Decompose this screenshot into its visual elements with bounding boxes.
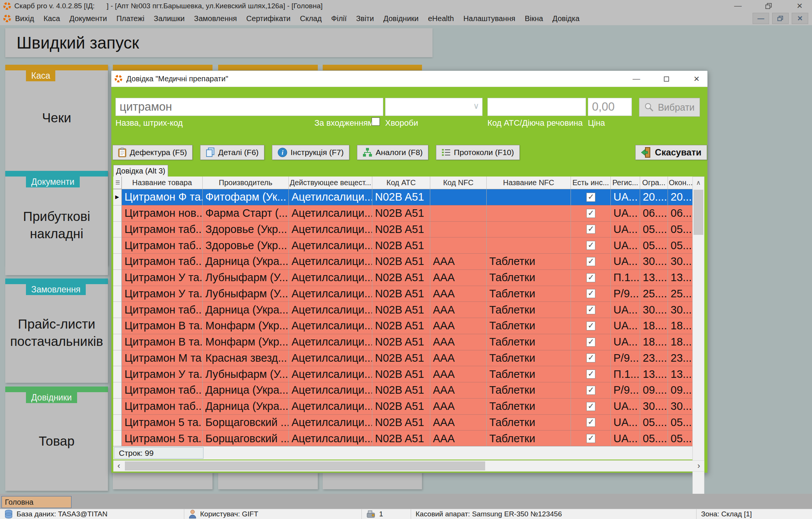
scroll-right-icon[interactable]: › — [694, 461, 704, 471]
table-row[interactable]: ► Цитрамон У та... Лубныфарм (У... Ацети… — [113, 286, 694, 302]
app-logo-icon — [3, 2, 11, 10]
protocols-button[interactable]: Протоколи (F10) — [436, 145, 520, 160]
cell-has-instruction — [571, 399, 611, 415]
column-header-restriction[interactable]: Огра... — [640, 177, 668, 189]
minimize-button[interactable]: — — [732, 1, 744, 11]
cell-has-instruction — [571, 222, 611, 238]
table-row[interactable]: ► Цитрамон таб... Дарница (Укра... Ацети… — [113, 382, 694, 399]
column-header-end[interactable]: Окон... — [668, 177, 694, 189]
entry-checkbox[interactable] — [372, 117, 380, 126]
menu-item[interactable]: Платежі — [116, 14, 144, 23]
cell-nfc: AAA — [430, 382, 487, 399]
search-input[interactable] — [115, 98, 383, 116]
pick-button[interactable]: Вибрати — [639, 98, 700, 117]
table-row[interactable]: ► Цитрамон таб... Дарница (Укра... Ацети… — [113, 302, 694, 318]
cell-has-instruction — [571, 382, 611, 399]
column-header-atc[interactable]: Код АТС — [372, 177, 430, 189]
scroll-up-icon[interactable]: ∧ — [693, 177, 704, 189]
menu-item[interactable]: Документи — [70, 14, 107, 23]
table-row[interactable]: ► Цитрамон У та... Лубныфарм (У... Ацети… — [113, 270, 694, 286]
group-tab-zamovlennya: Замовлення — [26, 284, 86, 295]
quick-button-cheky[interactable]: Чеки — [9, 109, 104, 126]
status-database: База даних: TASA3@TITAN — [0, 509, 184, 519]
analogs-icon — [363, 148, 372, 157]
dialog-logo-icon — [114, 75, 123, 83]
table-row[interactable]: ► Цитрамон 5 та... Борщаговский ... Ацет… — [113, 415, 694, 431]
cell-substance: Ацетилсалици... — [289, 415, 372, 431]
details-button[interactable]: Деталі (F6) — [200, 145, 264, 160]
menu-item[interactable]: Каса — [44, 14, 60, 23]
cell-end: 20.... — [668, 189, 694, 205]
scroll-left-icon[interactable]: ‹ — [114, 461, 124, 471]
menu-item[interactable]: Вихід — [15, 14, 34, 23]
table-row[interactable]: ► Цитрамон 5 та... Борщаговский ... Ацет… — [113, 431, 694, 447]
quick-button-tovar[interactable]: Товар — [9, 432, 104, 450]
cell-manufacturer: Монфарм (Укр... — [203, 334, 289, 350]
tab-holovna[interactable]: Головна — [2, 496, 71, 508]
cell-nfc-name — [487, 205, 571, 222]
column-header-has-instruction[interactable]: Есть инс... — [571, 177, 611, 189]
atc-code-input[interactable] — [487, 98, 586, 116]
cell-manufacturer: Фарма Старт (... — [203, 205, 289, 222]
column-header-registration[interactable]: Регис... — [611, 177, 640, 189]
database-icon — [5, 510, 13, 519]
checkbox-checked-icon — [586, 353, 595, 362]
close-button[interactable]: × — [794, 1, 805, 11]
mdi-close-button[interactable]: ✕ — [792, 13, 808, 24]
table-row[interactable]: ► Цитрамон таб... Здоровье (Укр... Ацети… — [113, 237, 694, 254]
price-input[interactable] — [588, 98, 632, 116]
column-header-manufacturer[interactable]: Производитель — [203, 177, 289, 189]
analogs-button[interactable]: Аналоги (F8) — [357, 145, 428, 160]
menu-item[interactable]: Вікна — [525, 14, 543, 23]
table-row[interactable]: ► Цитрамон У та... Лубныфарм (У... Ацети… — [113, 366, 694, 382]
mdi-restore-button[interactable] — [772, 13, 789, 24]
table-row[interactable]: ► Цитрамон таб... Здоровье (Укр... Ацети… — [113, 222, 694, 238]
instruction-button[interactable]: i Інструкція (F7) — [272, 145, 349, 160]
quick-button-prybutkovi[interactable]: Прибуткові накладні — [9, 208, 104, 242]
menu-item[interactable]: Налаштування — [463, 14, 515, 23]
column-header-name[interactable]: Название товара — [122, 177, 203, 189]
table-row[interactable]: ► Цитрамон таб... Дарница (Укра... Ацети… — [113, 399, 694, 415]
defektura-button[interactable]: Дефектура (F5) — [112, 145, 193, 160]
horizontal-scroll-thumb[interactable] — [125, 461, 485, 470]
quick-button-price-lists[interactable]: Прайс-листи постачальників — [9, 315, 104, 350]
menu-item[interactable]: Філії — [331, 14, 346, 23]
menu-item[interactable]: Звіти — [356, 14, 374, 23]
info-icon: i — [278, 148, 287, 157]
vertical-scroll-thumb[interactable] — [694, 190, 703, 235]
column-header-nfc[interactable]: Код NFC — [430, 177, 487, 189]
menu-item[interactable]: Залишки — [154, 14, 185, 23]
cell-substance: Ацетилсалици... — [289, 222, 372, 238]
mdi-minimize-button[interactable]: — — [753, 13, 769, 24]
menu-item[interactable]: Замовлення — [194, 14, 237, 23]
menu-item[interactable]: Довідники — [383, 14, 419, 23]
restore-button[interactable] — [763, 1, 774, 11]
dialog-minimize-button[interactable]: — — [631, 74, 642, 84]
menu-item[interactable]: eHealth — [428, 14, 454, 23]
cell-registration: UA... — [611, 302, 640, 318]
tab-dovidka[interactable]: Довідка (Alt 3) — [113, 165, 168, 177]
table-body: ► Цитрамон Ф та... Фитофарм (Ук... Ацети… — [113, 189, 694, 447]
row-selector: ► — [113, 431, 122, 447]
checkbox-checked-icon — [586, 338, 595, 347]
horizontal-scrollbar[interactable]: ‹ › — [113, 460, 704, 472]
table-row[interactable]: ► Цитрамон В та... Монфарм (Укр... Ацети… — [113, 334, 694, 350]
cell-registration: Р/9... — [611, 350, 640, 367]
cell-atc: N02B A51 — [372, 270, 430, 286]
column-header-nfc-name[interactable]: Название NFC — [487, 177, 571, 189]
cancel-button[interactable]: Скасувати — [635, 145, 707, 160]
dialog-close-button[interactable]: × — [691, 74, 702, 84]
menu-item[interactable]: Сертифікати — [246, 14, 291, 23]
table-row[interactable]: ► Цитрамон таб... Дарница (Укра... Ацети… — [113, 254, 694, 270]
disease-combobox[interactable]: ∨ — [385, 98, 483, 116]
cell-atc: N02B A51 — [372, 334, 430, 350]
column-header-substance[interactable]: Действующее вещест... — [289, 177, 372, 189]
table-row[interactable]: ► Цитрамон М та... Красная звезд... Ацет… — [113, 350, 694, 367]
table-row[interactable]: ► Цитрамон нов... Фарма Старт (... Ацети… — [113, 205, 694, 222]
menu-item[interactable]: Склад — [300, 14, 322, 23]
table-row[interactable]: ► Цитрамон Ф та... Фитофарм (Ук... Ацети… — [113, 189, 694, 205]
dialog-maximize-button[interactable] — [661, 74, 672, 84]
menu-item[interactable]: Довідка — [552, 14, 580, 23]
table-row[interactable]: ► Цитрамон В та... Монфарм (Укр... Ацети… — [113, 318, 694, 334]
menu-items: ВихідКасаДокументиПлатежіЗалишкиЗамовлен… — [15, 14, 580, 23]
